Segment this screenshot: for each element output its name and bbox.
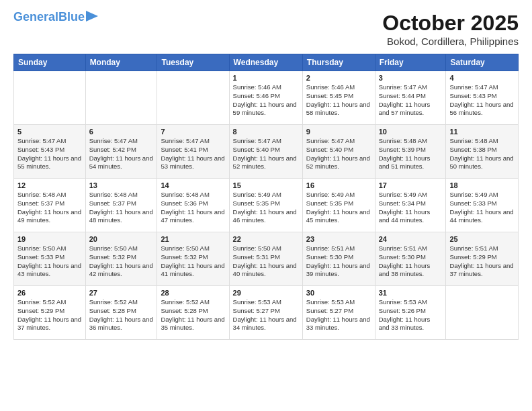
day-number: 11 [449, 128, 515, 136]
day-number: 2 [306, 74, 371, 82]
table-row: 3Sunrise: 5:47 AM Sunset: 5:44 PM Daylig… [375, 71, 446, 125]
day-number: 21 [161, 235, 225, 243]
day-number: 9 [306, 128, 371, 136]
table-row: 26Sunrise: 5:52 AM Sunset: 5:29 PM Dayli… [14, 286, 86, 340]
table-row [446, 286, 519, 340]
day-info: Sunrise: 5:49 AM Sunset: 5:33 PM Dayligh… [449, 191, 515, 225]
day-number: 7 [161, 128, 225, 136]
calendar-week-row: 5Sunrise: 5:47 AM Sunset: 5:43 PM Daylig… [14, 125, 519, 179]
day-info: Sunrise: 5:51 AM Sunset: 5:29 PM Dayligh… [449, 244, 515, 279]
calendar-week-row: 26Sunrise: 5:52 AM Sunset: 5:29 PM Dayli… [14, 286, 519, 340]
logo-text: GeneralBlue [13, 11, 85, 24]
day-number: 12 [17, 181, 82, 189]
table-row [85, 71, 157, 125]
day-number: 27 [89, 289, 154, 297]
day-info: Sunrise: 5:46 AM Sunset: 5:46 PM Dayligh… [233, 83, 299, 118]
table-row: 8Sunrise: 5:47 AM Sunset: 5:40 PM Daylig… [229, 125, 302, 179]
day-info: Sunrise: 5:49 AM Sunset: 5:35 PM Dayligh… [233, 191, 299, 225]
svg-marker-0 [86, 11, 98, 21]
day-info: Sunrise: 5:49 AM Sunset: 5:34 PM Dayligh… [379, 191, 443, 225]
day-number: 31 [379, 289, 443, 297]
day-number: 6 [89, 128, 154, 136]
day-info: Sunrise: 5:47 AM Sunset: 5:42 PM Dayligh… [89, 137, 154, 171]
day-number: 25 [449, 235, 515, 243]
day-number: 17 [379, 181, 443, 189]
day-number: 20 [89, 235, 154, 243]
month-title: October 2025 [382, 11, 519, 36]
day-info: Sunrise: 5:52 AM Sunset: 5:28 PM Dayligh… [89, 298, 154, 332]
calendar-week-row: 12Sunrise: 5:48 AM Sunset: 5:37 PM Dayli… [14, 179, 519, 232]
day-info: Sunrise: 5:53 AM Sunset: 5:27 PM Dayligh… [306, 298, 371, 332]
day-number: 28 [161, 289, 225, 297]
table-row: 13Sunrise: 5:48 AM Sunset: 5:37 PM Dayli… [85, 179, 157, 232]
day-info: Sunrise: 5:53 AM Sunset: 5:26 PM Dayligh… [379, 298, 443, 332]
table-row: 20Sunrise: 5:50 AM Sunset: 5:32 PM Dayli… [85, 232, 157, 286]
day-info: Sunrise: 5:52 AM Sunset: 5:29 PM Dayligh… [17, 298, 82, 332]
table-row: 7Sunrise: 5:47 AM Sunset: 5:41 PM Daylig… [157, 125, 229, 179]
table-row: 28Sunrise: 5:52 AM Sunset: 5:28 PM Dayli… [157, 286, 229, 340]
day-info: Sunrise: 5:48 AM Sunset: 5:39 PM Dayligh… [379, 137, 443, 171]
day-number: 22 [233, 235, 299, 243]
header-sunday: Sunday [14, 54, 86, 71]
table-row [14, 71, 86, 125]
table-row: 30Sunrise: 5:53 AM Sunset: 5:27 PM Dayli… [302, 286, 375, 340]
day-info: Sunrise: 5:47 AM Sunset: 5:44 PM Dayligh… [379, 83, 443, 118]
table-row: 29Sunrise: 5:53 AM Sunset: 5:27 PM Dayli… [229, 286, 302, 340]
table-row: 12Sunrise: 5:48 AM Sunset: 5:37 PM Dayli… [14, 179, 86, 232]
day-info: Sunrise: 5:50 AM Sunset: 5:31 PM Dayligh… [233, 244, 299, 279]
table-row: 25Sunrise: 5:51 AM Sunset: 5:29 PM Dayli… [446, 232, 519, 286]
logo: GeneralBlue [13, 11, 98, 24]
day-number: 23 [306, 235, 371, 243]
day-info: Sunrise: 5:50 AM Sunset: 5:33 PM Dayligh… [17, 244, 82, 279]
table-row: 15Sunrise: 5:49 AM Sunset: 5:35 PM Dayli… [229, 179, 302, 232]
header-friday: Friday [375, 54, 446, 71]
day-info: Sunrise: 5:53 AM Sunset: 5:27 PM Dayligh… [233, 298, 299, 332]
table-row: 31Sunrise: 5:53 AM Sunset: 5:26 PM Dayli… [375, 286, 446, 340]
day-number: 10 [379, 128, 443, 136]
day-info: Sunrise: 5:49 AM Sunset: 5:35 PM Dayligh… [306, 191, 371, 225]
header-monday: Monday [85, 54, 157, 71]
day-info: Sunrise: 5:47 AM Sunset: 5:40 PM Dayligh… [233, 137, 299, 171]
logo-general: General [13, 10, 58, 24]
day-info: Sunrise: 5:50 AM Sunset: 5:32 PM Dayligh… [161, 244, 225, 279]
logo-blue: Blue [58, 10, 85, 24]
day-number: 29 [233, 289, 299, 297]
header-wednesday: Wednesday [229, 54, 302, 71]
table-row: 16Sunrise: 5:49 AM Sunset: 5:35 PM Dayli… [302, 179, 375, 232]
day-number: 5 [17, 128, 82, 136]
day-number: 1 [233, 74, 299, 82]
table-row: 22Sunrise: 5:50 AM Sunset: 5:31 PM Dayli… [229, 232, 302, 286]
table-row: 24Sunrise: 5:51 AM Sunset: 5:30 PM Dayli… [375, 232, 446, 286]
day-info: Sunrise: 5:48 AM Sunset: 5:37 PM Dayligh… [17, 191, 82, 225]
calendar-week-row: 1Sunrise: 5:46 AM Sunset: 5:46 PM Daylig… [14, 71, 519, 125]
table-row: 27Sunrise: 5:52 AM Sunset: 5:28 PM Dayli… [85, 286, 157, 340]
day-number: 8 [233, 128, 299, 136]
day-info: Sunrise: 5:48 AM Sunset: 5:36 PM Dayligh… [161, 191, 225, 225]
day-info: Sunrise: 5:52 AM Sunset: 5:28 PM Dayligh… [161, 298, 225, 332]
table-row: 5Sunrise: 5:47 AM Sunset: 5:43 PM Daylig… [14, 125, 86, 179]
day-number: 19 [17, 235, 82, 243]
day-info: Sunrise: 5:47 AM Sunset: 5:40 PM Dayligh… [306, 137, 371, 171]
header: GeneralBlue October 2025 Bokod, Cordille… [13, 11, 519, 47]
day-info: Sunrise: 5:47 AM Sunset: 5:43 PM Dayligh… [449, 83, 515, 118]
table-row: 9Sunrise: 5:47 AM Sunset: 5:40 PM Daylig… [302, 125, 375, 179]
day-number: 14 [161, 181, 225, 189]
table-row: 21Sunrise: 5:50 AM Sunset: 5:32 PM Dayli… [157, 232, 229, 286]
table-row: 18Sunrise: 5:49 AM Sunset: 5:33 PM Dayli… [446, 179, 519, 232]
table-row [157, 71, 229, 125]
day-number: 24 [379, 235, 443, 243]
table-row: 14Sunrise: 5:48 AM Sunset: 5:36 PM Dayli… [157, 179, 229, 232]
day-number: 3 [379, 74, 443, 82]
logo-arrow-icon [86, 11, 98, 21]
table-row: 23Sunrise: 5:51 AM Sunset: 5:30 PM Dayli… [302, 232, 375, 286]
table-row: 11Sunrise: 5:48 AM Sunset: 5:38 PM Dayli… [446, 125, 519, 179]
table-row: 4Sunrise: 5:47 AM Sunset: 5:43 PM Daylig… [446, 71, 519, 125]
location: Bokod, Cordillera, Philippines [382, 36, 519, 47]
day-info: Sunrise: 5:47 AM Sunset: 5:43 PM Dayligh… [17, 137, 82, 171]
day-number: 30 [306, 289, 371, 297]
page-container: GeneralBlue October 2025 Bokod, Cordille… [0, 0, 532, 347]
table-row: 10Sunrise: 5:48 AM Sunset: 5:39 PM Dayli… [375, 125, 446, 179]
day-info: Sunrise: 5:50 AM Sunset: 5:32 PM Dayligh… [89, 244, 154, 279]
header-tuesday: Tuesday [157, 54, 229, 71]
day-number: 18 [449, 181, 515, 189]
